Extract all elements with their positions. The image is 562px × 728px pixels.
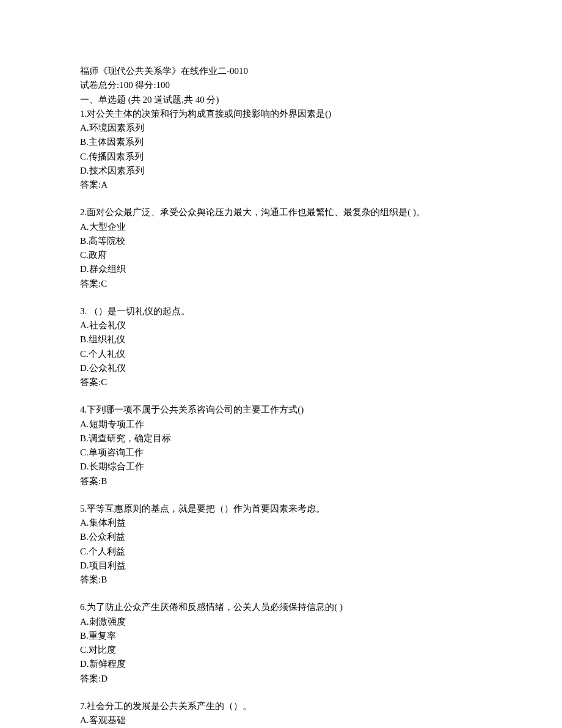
question-option: D.公众礼仪 [80,361,482,375]
question-option: C.传播因素系列 [80,150,482,164]
section-title: 一、单选题 (共 20 道试题,共 40 分) [80,93,482,107]
question-option: A.短期专项工作 [80,417,482,432]
title-line: 福师《现代公共关系学》在线作业二-0010 [80,64,482,78]
question-stem: 2.面对公众最广泛、承受公众舆论压力最大，沟通工作也最繁忙、最复杂的组织是( )… [80,205,482,219]
question-stem: 6.为了防止公众产生厌倦和反感情绪，公关人员必须保持信息的( ) [80,600,482,614]
question-answer: 答案:D [80,672,482,686]
score-line: 试卷总分:100 得分:100 [80,78,482,92]
question-option: D.长期综合工作 [80,460,482,474]
question-5: 5.平等互惠原则的基点，就是要把（）作为首要因素来考虑。 A.集体利益 B.公众… [80,502,482,587]
question-4: 4.下列哪一项不属于公共关系咨询公司的主要工作方式() A.短期专项工作 B.调… [80,403,482,488]
question-option: D.群众组织 [80,262,482,276]
question-option: C.对比度 [80,643,482,657]
question-option: B.调查研究，确定目标 [80,432,482,446]
question-stem: 3. （）是一切礼仪的起点。 [80,304,482,318]
question-option: B.组织礼仪 [80,333,482,347]
question-option: B.主体因素系列 [80,135,482,149]
question-2: 2.面对公众最广泛、承受公众舆论压力最大，沟通工作也最繁忙、最复杂的组织是( )… [80,205,482,291]
question-answer: 答案:C [80,277,482,291]
question-7: 7.社会分工的发展是公共关系产生的（）。 A.客观基础 [80,699,482,728]
question-option: B.高等院校 [80,234,482,248]
question-option: A.大型企业 [80,220,482,234]
question-answer: 答案:A [80,178,482,192]
question-option: A.刺激强度 [80,615,482,629]
question-option: C.单项咨询工作 [80,446,482,460]
document-header: 福师《现代公共关系学》在线作业二-0010 试卷总分:100 得分:100 一、… [80,64,482,107]
question-option: A.集体利益 [80,516,482,530]
question-option: B.公众利益 [80,530,482,544]
question-option: D.新鲜程度 [80,657,482,671]
question-answer: 答案:B [80,474,482,488]
question-option: D.项目利益 [80,559,482,573]
question-stem: 4.下列哪一项不属于公共关系咨询公司的主要工作方式() [80,403,482,417]
question-option: D.技术因素系列 [80,164,482,178]
question-6: 6.为了防止公众产生厌倦和反感情绪，公关人员必须保持信息的( ) A.刺激强度 … [80,600,482,686]
question-1: 1.对公关主体的决策和行为构成直接或间接影响的外界因素是() A.环境因素系列 … [80,107,482,193]
question-option: A.社会礼仪 [80,318,482,333]
question-answer: 答案:C [80,375,482,389]
question-option: A.环境因素系列 [80,121,482,135]
question-option: C.个人利益 [80,545,482,559]
document-content: 福师《现代公共关系学》在线作业二-0010 试卷总分:100 得分:100 一、… [80,64,482,727]
question-option: B.重复率 [80,629,482,643]
question-stem: 5.平等互惠原则的基点，就是要把（）作为首要因素来考虑。 [80,502,482,516]
question-3: 3. （）是一切礼仪的起点。 A.社会礼仪 B.组织礼仪 C.个人礼仪 D.公众… [80,304,482,390]
question-option: C.政府 [80,248,482,262]
question-option: C.个人礼仪 [80,347,482,361]
question-stem: 7.社会分工的发展是公共关系产生的（）。 [80,699,482,713]
question-stem: 1.对公关主体的决策和行为构成直接或间接影响的外界因素是() [80,107,482,121]
question-answer: 答案:B [80,573,482,587]
question-option: A.客观基础 [80,713,482,727]
